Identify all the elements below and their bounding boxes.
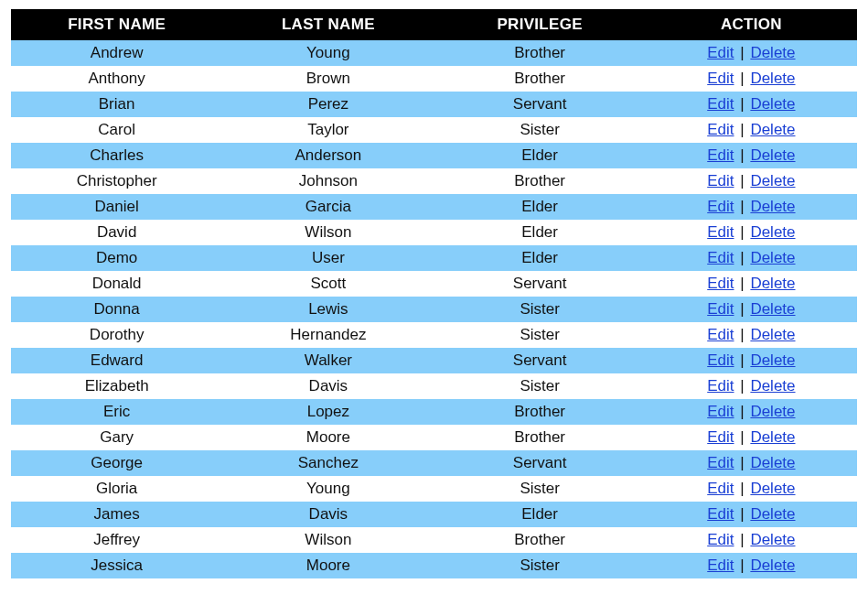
table-row: GaryMooreBrotherEdit | Delete <box>11 425 857 450</box>
table-row: DonnaLewisSisterEdit | Delete <box>11 297 857 322</box>
edit-link[interactable]: Edit <box>707 480 734 497</box>
delete-link[interactable]: Delete <box>750 300 795 318</box>
table-row: EricLopezBrotherEdit | Delete <box>11 399 857 425</box>
cell-action: Edit | Delete <box>646 450 857 476</box>
delete-link[interactable]: Delete <box>750 198 795 215</box>
cell-action: Edit | Delete <box>646 476 857 502</box>
edit-link[interactable]: Edit <box>707 198 734 215</box>
delete-link[interactable]: Delete <box>750 531 795 548</box>
cell-first-name: Dorothy <box>11 322 222 348</box>
cell-last-name: Walker <box>222 348 434 373</box>
cell-first-name: Elizabeth <box>11 373 222 399</box>
edit-link[interactable]: Edit <box>707 454 734 471</box>
edit-link[interactable]: Edit <box>707 95 734 113</box>
cell-action: Edit | Delete <box>646 322 857 348</box>
cell-last-name: Davis <box>222 502 434 527</box>
edit-link[interactable]: Edit <box>707 428 734 446</box>
edit-link[interactable]: Edit <box>707 531 734 548</box>
table-row: EdwardWalkerServantEdit | Delete <box>11 348 857 373</box>
table-row: ElizabethDavisSisterEdit | Delete <box>11 373 857 399</box>
delete-link[interactable]: Delete <box>750 480 795 497</box>
cell-privilege: Elder <box>434 194 646 220</box>
table-row: AndrewYoungBrotherEdit | Delete <box>11 40 857 66</box>
action-separator: | <box>734 531 751 548</box>
delete-link[interactable]: Delete <box>750 146 795 164</box>
header-action: ACTION <box>646 9 857 40</box>
cell-privilege: Brother <box>434 168 646 194</box>
edit-link[interactable]: Edit <box>707 121 734 138</box>
edit-link[interactable]: Edit <box>707 403 734 420</box>
cell-action: Edit | Delete <box>646 117 857 143</box>
delete-link[interactable]: Delete <box>750 351 795 369</box>
delete-link[interactable]: Delete <box>750 557 795 574</box>
action-separator: | <box>734 95 751 113</box>
edit-link[interactable]: Edit <box>707 70 734 87</box>
delete-link[interactable]: Delete <box>750 95 795 113</box>
cell-action: Edit | Delete <box>646 220 857 245</box>
cell-last-name: Scott <box>222 271 434 297</box>
delete-link[interactable]: Delete <box>750 70 795 87</box>
cell-action: Edit | Delete <box>646 297 857 322</box>
cell-last-name: User <box>222 245 434 271</box>
header-first-name: FIRST NAME <box>11 9 222 40</box>
delete-link[interactable]: Delete <box>750 377 795 394</box>
table-row: DonaldScottServantEdit | Delete <box>11 271 857 297</box>
cell-action: Edit | Delete <box>646 502 857 527</box>
cell-action: Edit | Delete <box>646 168 857 194</box>
delete-link[interactable]: Delete <box>750 275 795 292</box>
cell-privilege: Servant <box>434 348 646 373</box>
cell-action: Edit | Delete <box>646 425 857 450</box>
table-row: DorothyHernandezSisterEdit | Delete <box>11 322 857 348</box>
edit-link[interactable]: Edit <box>707 44 734 61</box>
cell-privilege: Brother <box>434 66 646 92</box>
delete-link[interactable]: Delete <box>750 121 795 138</box>
table-row: AnthonyBrownBrotherEdit | Delete <box>11 66 857 92</box>
cell-last-name: Perez <box>222 92 434 117</box>
delete-link[interactable]: Delete <box>750 44 795 61</box>
edit-link[interactable]: Edit <box>707 557 734 574</box>
cell-last-name: Moore <box>222 425 434 450</box>
edit-link[interactable]: Edit <box>707 300 734 318</box>
edit-link[interactable]: Edit <box>707 326 734 343</box>
header-privilege: PRIVILEGE <box>434 9 646 40</box>
cell-action: Edit | Delete <box>646 92 857 117</box>
delete-link[interactable]: Delete <box>750 403 795 420</box>
cell-action: Edit | Delete <box>646 399 857 425</box>
edit-link[interactable]: Edit <box>707 223 734 241</box>
edit-link[interactable]: Edit <box>707 146 734 164</box>
edit-link[interactable]: Edit <box>707 172 734 189</box>
cell-last-name: Hernandez <box>222 322 434 348</box>
action-separator: | <box>734 480 751 497</box>
table-row: GeorgeSanchezServantEdit | Delete <box>11 450 857 476</box>
delete-link[interactable]: Delete <box>750 172 795 189</box>
cell-action: Edit | Delete <box>646 245 857 271</box>
delete-link[interactable]: Delete <box>750 428 795 446</box>
cell-privilege: Brother <box>434 527 646 553</box>
cell-privilege: Sister <box>434 476 646 502</box>
cell-first-name: David <box>11 220 222 245</box>
delete-link[interactable]: Delete <box>750 223 795 241</box>
table-body: AndrewYoungBrotherEdit | DeleteAnthonyBr… <box>11 40 857 578</box>
cell-first-name: Donna <box>11 297 222 322</box>
cell-last-name: Wilson <box>222 220 434 245</box>
cell-privilege: Servant <box>434 271 646 297</box>
table-row: ChristopherJohnsonBrotherEdit | Delete <box>11 168 857 194</box>
cell-first-name: Gloria <box>11 476 222 502</box>
cell-last-name: Brown <box>222 66 434 92</box>
cell-privilege: Sister <box>434 322 646 348</box>
cell-action: Edit | Delete <box>646 66 857 92</box>
action-separator: | <box>734 70 751 87</box>
cell-action: Edit | Delete <box>646 271 857 297</box>
delete-link[interactable]: Delete <box>750 249 795 266</box>
cell-first-name: Eric <box>11 399 222 425</box>
edit-link[interactable]: Edit <box>707 275 734 292</box>
action-separator: | <box>734 326 751 343</box>
edit-link[interactable]: Edit <box>707 249 734 266</box>
delete-link[interactable]: Delete <box>750 326 795 343</box>
edit-link[interactable]: Edit <box>707 351 734 369</box>
edit-link[interactable]: Edit <box>707 505 734 523</box>
delete-link[interactable]: Delete <box>750 454 795 471</box>
cell-last-name: Wilson <box>222 527 434 553</box>
edit-link[interactable]: Edit <box>707 377 734 394</box>
delete-link[interactable]: Delete <box>750 505 795 523</box>
